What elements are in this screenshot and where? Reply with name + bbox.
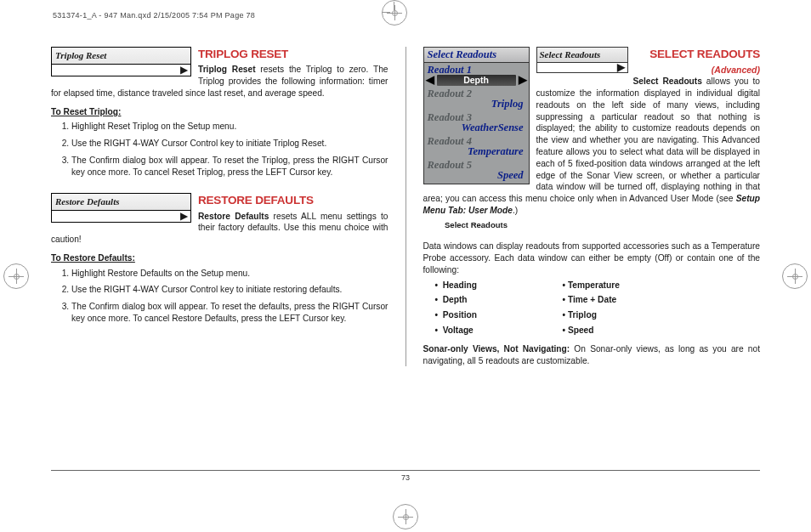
panel-caption: Select Readouts <box>423 220 530 231</box>
page-footer: 73 <box>51 470 760 482</box>
list-item: • Time + Date <box>563 294 690 306</box>
step: The Confirm dialog box will appear. To r… <box>71 301 388 325</box>
step: Use the RIGHT 4-WAY Cursor Control key t… <box>71 138 388 150</box>
crop-mark-bottom <box>393 504 418 529</box>
list-item: • Voltage <box>435 325 563 337</box>
data-windows-text: Data windows can display readouts from s… <box>423 241 761 275</box>
restore-defaults-menu-box: Restore Defaults ▶ <box>51 193 191 223</box>
readout-options-list: • Heading • Depth • Position • Voltage •… <box>435 280 761 340</box>
readout-3-value: WeatherSense <box>424 122 529 136</box>
page-number: 73 <box>401 473 410 482</box>
menu-box-title: Triplog Reset <box>52 48 190 65</box>
right-arrow-icon: ▶ <box>180 63 188 76</box>
crop-mark-right <box>782 263 808 289</box>
readout-4-value: Temperature <box>424 146 529 160</box>
list-item: • Speed <box>563 325 690 337</box>
right-arrow-icon: ▶ <box>180 209 188 223</box>
list-item: • Temperature <box>563 280 690 291</box>
step: Highlight Restore Defaults on the Setup … <box>71 268 388 280</box>
triplog-reset-menu-box: Triplog Reset ▶ <box>51 47 191 76</box>
list-item: • Heading <box>435 280 563 291</box>
readout-5-value: Speed <box>424 170 529 184</box>
left-column: Triplog Reset ▶ TRIPLOG RESET Triplog Re… <box>51 47 388 366</box>
select-readouts-mini-box: Select Readouts ▶ <box>536 47 628 73</box>
readout-1-value: Depth <box>437 75 516 86</box>
right-arrow-icon: ▶ <box>519 75 527 86</box>
right-arrow-icon: ▶ <box>617 60 625 74</box>
sonar-only-note: Sonar-only Views, Not Navigating: On Son… <box>423 343 761 367</box>
mini-box-title: Select Readouts <box>537 48 627 63</box>
left-arrow-icon: ◀ <box>426 75 434 86</box>
print-header: 531374-1_A - 947 Man.qxd 2/15/2005 7:54 … <box>53 11 255 20</box>
step: Use the RIGHT 4-WAY Cursor Control key t… <box>71 284 388 296</box>
to-restore-defaults-heading: To Restore Defaults: <box>51 252 388 264</box>
crop-mark-left <box>3 263 29 289</box>
list-item: • Depth <box>435 294 563 306</box>
right-column: Select Readouts Readout 1 ◀ Depth ▶ Read… <box>406 47 761 366</box>
step: The Confirm dialog box will appear. To r… <box>71 155 388 178</box>
triplog-reset-steps: Highlight Reset Triplog on the Setup men… <box>51 121 388 178</box>
page-body: Triplog Reset ▶ TRIPLOG RESET Triplog Re… <box>51 47 760 366</box>
to-reset-triplog-heading: To Reset Triplog: <box>51 106 388 118</box>
step: Highlight Reset Triplog on the Setup men… <box>71 121 388 133</box>
menu-box-title: Restore Defaults <box>52 194 190 211</box>
list-item: • Triplog <box>563 309 690 321</box>
select-readouts-panel: Select Readouts Readout 1 ◀ Depth ▶ Read… <box>423 47 530 184</box>
readout-2-value: Triplog <box>424 99 529 112</box>
list-item: • Position <box>435 309 563 321</box>
readout-1-label: Readout 1 <box>424 63 529 76</box>
panel-title: Select Readouts <box>424 48 529 63</box>
restore-defaults-steps: Highlight Restore Defaults on the Setup … <box>51 268 388 325</box>
